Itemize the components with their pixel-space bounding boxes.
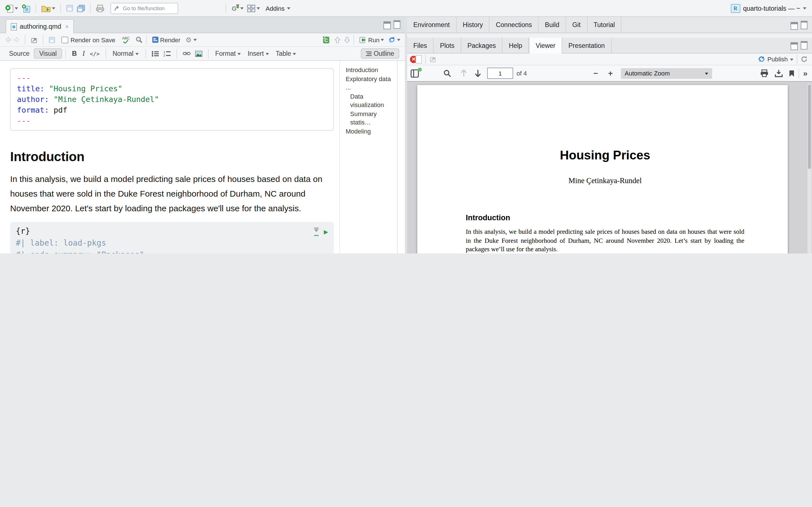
env-minimize-icon[interactable] xyxy=(791,22,798,30)
page-count-label: of 4 xyxy=(516,70,527,76)
numbered-list-icon[interactable]: 12 xyxy=(163,50,170,57)
bullet-list-icon[interactable] xyxy=(151,50,159,57)
new-file-button[interactable] xyxy=(3,3,20,14)
visual-editor-canvas[interactable]: --- title: "Housing Prices" author: "Min… xyxy=(0,61,340,253)
sidebar-notification-dot xyxy=(418,67,422,71)
popout-icon[interactable] xyxy=(31,36,38,43)
minimize-pane-icon[interactable] xyxy=(384,21,391,29)
outline-label: Outline xyxy=(373,50,394,57)
save-icon[interactable] xyxy=(49,36,55,43)
tab-build[interactable]: Build xyxy=(539,17,566,33)
render-icon xyxy=(152,36,159,43)
viewer-popout-icon[interactable] xyxy=(429,56,437,62)
tab-plots[interactable]: Plots xyxy=(434,38,461,53)
tab-files[interactable]: Files xyxy=(407,38,434,53)
page-up-icon[interactable] xyxy=(460,69,467,77)
link-icon[interactable] xyxy=(183,51,190,56)
format-menu[interactable]: Format xyxy=(212,50,244,57)
tab-help[interactable]: Help xyxy=(503,38,529,53)
page-number-input[interactable] xyxy=(487,68,513,79)
run-chunks-above-icon[interactable] xyxy=(314,228,319,236)
go-next-chunk-icon[interactable] xyxy=(344,36,350,43)
tab-history[interactable]: History xyxy=(456,17,490,33)
code-chunk-load-pkgs[interactable]: ▶ {r} #| label: load-pkgs #| code-summar… xyxy=(10,222,334,253)
tab-packages[interactable]: Packages xyxy=(461,38,503,53)
pdf-search-icon[interactable] xyxy=(443,69,451,77)
pdf-more-tools-icon[interactable]: » xyxy=(803,69,808,78)
source-mode-button[interactable]: Source xyxy=(4,49,34,58)
pdf-print-icon[interactable] xyxy=(760,69,769,77)
insert-menu[interactable]: Insert xyxy=(244,50,272,57)
run-button[interactable]: Run xyxy=(357,35,386,44)
zoom-level-select[interactable]: Automatic Zoom xyxy=(620,68,712,78)
version-control-button[interactable]: G xyxy=(230,3,245,13)
sidebar-toggle-icon[interactable] xyxy=(410,69,419,77)
outline-item-summary-statistics[interactable]: Summary statis… xyxy=(346,110,397,127)
goto-file-search[interactable] xyxy=(110,3,178,14)
back-icon[interactable] xyxy=(4,37,11,43)
new-project-button[interactable]: R xyxy=(20,3,32,14)
paragraph-style-dropdown[interactable]: Normal xyxy=(109,50,142,57)
addins-button[interactable]: Addins xyxy=(262,4,292,13)
heading-introduction: Introduction xyxy=(10,149,340,165)
save-all-icon xyxy=(77,4,85,12)
outline-item-data-visualization[interactable]: Data visualization xyxy=(346,92,397,110)
italic-button[interactable]: I xyxy=(80,49,87,58)
table-menu[interactable]: Table xyxy=(272,50,300,57)
forward-icon[interactable] xyxy=(13,37,20,43)
page-down-icon[interactable] xyxy=(474,69,481,77)
print-button[interactable] xyxy=(94,3,106,13)
svg-text:2: 2 xyxy=(163,54,165,57)
pdf-scrollbar[interactable] xyxy=(808,83,811,253)
viewer-minimize-icon[interactable] xyxy=(791,42,798,50)
pdf-scrollbar-thumb[interactable] xyxy=(808,84,811,169)
tab-git[interactable]: Git xyxy=(566,17,587,33)
outline-item-eda[interactable]: Exploratory data ... xyxy=(346,75,397,92)
visual-mode-button[interactable]: Visual xyxy=(34,48,62,59)
open-file-button[interactable] xyxy=(40,3,57,13)
tab-presentation[interactable]: Presentation xyxy=(562,38,612,53)
tab-viewer[interactable]: Viewer xyxy=(529,38,562,54)
tab-close-icon[interactable]: × xyxy=(65,23,69,30)
svg-text:1: 1 xyxy=(163,50,165,54)
tab-connections[interactable]: Connections xyxy=(490,17,539,33)
render-on-save-checkbox[interactable] xyxy=(61,36,68,43)
pdf-bookmark-icon[interactable] xyxy=(789,69,795,77)
image-icon[interactable] xyxy=(195,50,202,57)
goto-file-input[interactable] xyxy=(122,4,175,12)
publish-button[interactable]: Publish xyxy=(758,56,794,62)
outline-item-introduction[interactable]: Introduction xyxy=(346,66,397,75)
outline-item-modeling[interactable]: Modeling xyxy=(346,127,397,136)
pdf-viewport[interactable]: Housing Prices Mine Çetinkaya-Rundel Int… xyxy=(407,82,812,253)
zoom-out-icon[interactable]: − xyxy=(594,69,598,78)
rerun-icon[interactable] xyxy=(388,36,396,43)
pdf-download-icon[interactable] xyxy=(775,69,783,77)
render-button[interactable]: Render xyxy=(150,35,182,45)
maximize-pane-icon[interactable] xyxy=(394,20,400,29)
tab-tutorial[interactable]: Tutorial xyxy=(587,17,622,33)
save-all-button[interactable] xyxy=(75,3,87,13)
refresh-icon[interactable] xyxy=(801,56,808,62)
pdf-title: Housing Prices xyxy=(466,148,744,163)
project-menu[interactable]: R quarto-tutorials — ~ xyxy=(730,4,809,13)
tab-environment[interactable]: Environment xyxy=(407,17,456,33)
outline-toggle-button[interactable]: Outline xyxy=(361,48,399,59)
publish-caret-icon xyxy=(790,58,794,62)
bold-button[interactable]: B xyxy=(69,50,80,57)
zoom-in-icon[interactable]: + xyxy=(608,69,613,78)
search-icon[interactable] xyxy=(135,36,143,43)
run-chunk-icon[interactable]: ▶ xyxy=(324,226,328,238)
viewer-maximize-icon[interactable] xyxy=(801,41,808,50)
insert-chunk-icon[interactable]: C xyxy=(321,36,330,44)
panes-layout-button[interactable] xyxy=(245,3,262,13)
visual-editor-toolbar: Source Visual B I </> Normal 12 xyxy=(0,47,405,61)
env-maximize-icon[interactable] xyxy=(801,20,808,29)
yaml-block[interactable]: --- title: "Housing Prices" author: "Min… xyxy=(10,68,334,131)
save-button[interactable] xyxy=(64,3,75,13)
render-settings-gear-icon[interactable]: ⚙ xyxy=(186,36,192,44)
code-format-button[interactable]: </> xyxy=(88,50,102,57)
tab-authoring-qmd[interactable]: authoring.qmd × xyxy=(6,19,74,33)
spellcheck-icon[interactable]: ABC xyxy=(122,36,130,43)
go-prev-chunk-icon[interactable] xyxy=(335,36,341,43)
save-icon xyxy=(66,4,73,12)
